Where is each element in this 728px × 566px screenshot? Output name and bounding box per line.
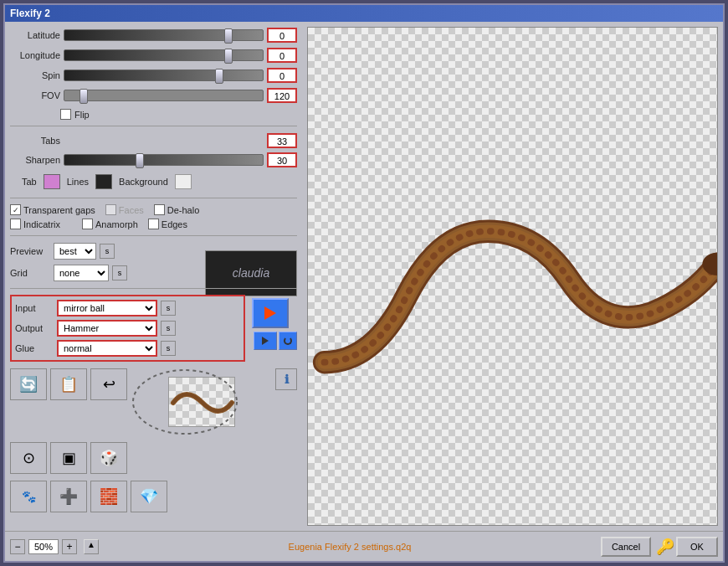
- preview-select[interactable]: best fast none: [54, 243, 96, 260]
- ok-button[interactable]: OK: [676, 537, 718, 557]
- action-btn-10[interactable]: 💎: [131, 481, 167, 512]
- window-title: Flexify 2: [10, 8, 50, 19]
- info-button[interactable]: ℹ: [275, 368, 297, 390]
- de-halo-item: De-halo: [154, 204, 200, 215]
- watermark-text: claudia: [233, 266, 269, 280]
- left-panel: Latitude 0 Longitude 0 Spin: [5, 22, 302, 531]
- loop-icon: [284, 337, 292, 345]
- tabs-label: Tabs: [10, 136, 60, 146]
- action-btn-1[interactable]: 🔄: [10, 368, 47, 400]
- background-color-swatch[interactable]: [175, 174, 192, 189]
- scroll-up-btn[interactable]: ▲: [84, 539, 99, 554]
- action-btn-row-1: 🔄 📋 ↩ ℹ: [10, 368, 297, 435]
- action-btn-row-2: ⊙ ▣ 🎲: [10, 442, 297, 474]
- zoom-value: 50%: [28, 539, 59, 554]
- lines-color-label: Lines: [67, 177, 89, 187]
- input-label: Input: [15, 303, 54, 313]
- action-btn-row-3: 🐾 ➕ 🧱 💎: [10, 481, 297, 512]
- bottom-bar: − 50% + ▲ Eugenia Flexify 2 settings.q2q…: [5, 531, 723, 561]
- action-btn-4[interactable]: ⊙: [10, 442, 47, 474]
- svg-point-0: [133, 370, 237, 434]
- separator-1: [10, 126, 297, 126]
- tab-color-swatch[interactable]: [44, 174, 60, 189]
- latitude-slider[interactable]: [64, 29, 264, 41]
- glue-reset-btn[interactable]: s: [161, 341, 176, 356]
- spin-label: Spin: [10, 70, 60, 80]
- ok-cancel-row: Cancel 🔑 OK: [601, 537, 718, 557]
- de-halo-checkbox[interactable]: [154, 204, 165, 215]
- small-play-icon: [262, 337, 269, 345]
- edges-item: Edges: [148, 219, 187, 229]
- action-btn-5[interactable]: ▣: [50, 442, 87, 474]
- grid-label: Grid: [10, 268, 50, 278]
- title-bar: Flexify 2: [5, 5, 723, 22]
- sharpen-slider[interactable]: [64, 154, 264, 166]
- anamorph-label: Anamorph: [95, 219, 138, 229]
- fov-slider[interactable]: [64, 90, 264, 101]
- play-icon: [264, 306, 276, 320]
- latitude-row: Latitude 0: [10, 27, 297, 44]
- grid-select[interactable]: none low medium high: [54, 265, 109, 281]
- spin-value[interactable]: 0: [267, 68, 297, 83]
- indicatrix-item: Indicatrix: [10, 219, 60, 229]
- preview-label: Preview: [10, 246, 50, 256]
- preview-canvas: [307, 27, 718, 526]
- latitude-value[interactable]: 0: [267, 28, 297, 43]
- separator-3: [10, 235, 297, 236]
- transparent-gaps-item: Transparent gaps: [10, 204, 95, 215]
- io-section: Input mirror ball equirectangular cube a…: [10, 295, 245, 362]
- action-btn-6[interactable]: 🎲: [90, 442, 127, 474]
- zoom-plus-btn[interactable]: +: [62, 539, 77, 554]
- action-btn-9[interactable]: 🧱: [90, 481, 127, 512]
- sharpen-value[interactable]: 30: [267, 152, 297, 167]
- watermark-thumbnail: claudia: [205, 250, 297, 296]
- small-play-btn[interactable]: [254, 332, 277, 350]
- tab-color-label: Tab: [22, 177, 37, 187]
- input-reset-btn[interactable]: s: [161, 301, 176, 316]
- main-content: Latitude 0 Longitude 0 Spin: [5, 22, 723, 531]
- longitude-value[interactable]: 0: [267, 48, 297, 63]
- anamorph-checkbox[interactable]: [82, 219, 93, 229]
- spin-slider[interactable]: [64, 69, 264, 81]
- indicatrix-checkbox[interactable]: [10, 219, 21, 229]
- edges-label: Edges: [161, 219, 187, 229]
- background-color-label: Background: [119, 177, 168, 187]
- grid-reset-btn[interactable]: s: [112, 265, 127, 280]
- action-btn-2[interactable]: 📋: [50, 368, 87, 400]
- action-btn-3[interactable]: ↩: [90, 368, 127, 400]
- input-select[interactable]: mirror ball equirectangular cube angular: [57, 300, 157, 316]
- lines-color-swatch[interactable]: [95, 174, 112, 189]
- indicatrix-label: Indicatrix: [23, 219, 60, 229]
- glue-select[interactable]: normal add multiply screen: [57, 340, 157, 357]
- action-btn-8[interactable]: ➕: [50, 481, 87, 512]
- flip-label: Flip: [74, 110, 90, 120]
- sharpen-row: Sharpen 30: [10, 152, 297, 168]
- output-select[interactable]: Hammer equirectangular mercator sinusoid…: [57, 320, 157, 337]
- flip-checkbox[interactable]: [60, 109, 71, 120]
- action-btn-7[interactable]: 🐾: [10, 481, 47, 512]
- de-halo-label: De-halo: [167, 205, 200, 215]
- checkbox-row-2: Indicatrix Anamorph Edges: [10, 219, 297, 229]
- loop-btn[interactable]: [279, 332, 297, 350]
- preview-snake-svg: [308, 28, 717, 525]
- cancel-button[interactable]: Cancel: [601, 537, 651, 557]
- edges-checkbox[interactable]: [148, 219, 159, 229]
- separator-4: [10, 288, 297, 289]
- play-button[interactable]: [252, 298, 289, 328]
- tabs-row: Tabs 33: [10, 132, 297, 149]
- fov-value[interactable]: 120: [267, 88, 297, 103]
- longitude-slider[interactable]: [64, 49, 264, 61]
- main-window: Flexify 2 Latitude 0 Longitude 0: [3, 3, 725, 563]
- transparent-gaps-label: Transparent gaps: [23, 205, 95, 215]
- tabs-value[interactable]: 33: [267, 133, 297, 148]
- fov-row: FOV 120: [10, 87, 297, 104]
- zoom-minus-btn[interactable]: −: [10, 539, 25, 554]
- output-reset-btn[interactable]: s: [161, 321, 176, 336]
- zoom-control: − 50% +: [10, 539, 77, 554]
- faces-checkbox[interactable]: [105, 204, 116, 215]
- thumbnail-area: [131, 368, 272, 435]
- preview-reset-btn[interactable]: s: [100, 244, 115, 259]
- transparent-gaps-checkbox[interactable]: [10, 204, 21, 215]
- faces-item: Faces: [105, 204, 144, 215]
- output-label: Output: [15, 323, 54, 333]
